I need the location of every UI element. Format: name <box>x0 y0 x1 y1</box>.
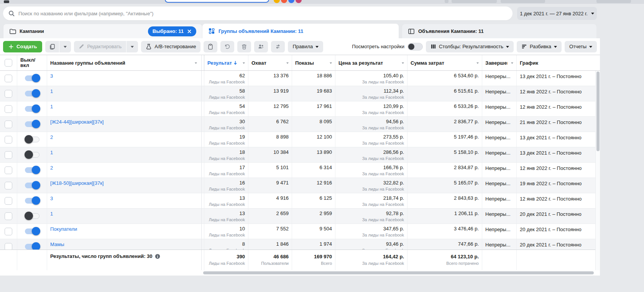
schedule-value: 13 дек 2021 г. – Постоянно <box>520 72 582 79</box>
row-checkbox[interactable] <box>5 75 12 82</box>
adset-name-cell: 2 <box>47 132 204 147</box>
filter-bar: 1 дек 2021 г. — 27 янв 2022 г. <box>0 4 600 24</box>
cost-per-result-subtext: За лиды на Facebook <box>338 156 404 161</box>
column-header-ends[interactable]: Завершен <box>482 55 517 70</box>
search-input[interactable] <box>18 11 507 16</box>
result-value: 16 <box>207 179 245 186</box>
row-toggle[interactable] <box>25 213 39 219</box>
duplicate-dropdown-button[interactable] <box>59 41 71 52</box>
adset-name-link[interactable]: 1 <box>50 149 53 155</box>
export-button[interactable] <box>271 41 285 52</box>
search-bar[interactable] <box>3 7 513 20</box>
edit-button[interactable]: Редактировать <box>74 41 126 52</box>
row-toggle[interactable] <box>25 167 39 173</box>
row-toggle[interactable] <box>25 91 39 96</box>
column-header-reach[interactable]: Охват <box>248 55 292 70</box>
row-checkbox[interactable] <box>5 197 12 205</box>
adset-name-link[interactable]: 1 <box>50 210 53 217</box>
adset-name-link[interactable]: [Ж24-44][широкая][37к] <box>50 118 104 125</box>
row-toggle[interactable] <box>25 75 39 81</box>
select-all-checkbox[interactable] <box>5 59 12 67</box>
horizontal-scrollbar[interactable] <box>203 271 594 274</box>
reports-button[interactable]: Отчеты <box>565 41 597 52</box>
row-toggle[interactable] <box>25 137 39 142</box>
view-settings-toggle[interactable] <box>407 43 423 51</box>
adset-name-link[interactable]: [Ж18-50][широкая][37к] <box>50 179 104 186</box>
impressions-value: 9 504 <box>295 225 332 232</box>
date-range-button[interactable]: 1 дек 2021 г. — 27 янв 2022 г. <box>517 7 597 20</box>
schedule-value: 12 янв 2022 г. – Постоянно <box>520 195 582 202</box>
rules-label: Правила <box>292 44 313 49</box>
impressions-value: 2 959 <box>295 210 332 217</box>
tab-ad-sets-label: Группы объявлений Кампании: 11 <box>219 28 303 34</box>
cost-per-result-cell: 94,56 р. За лиды на Facebook <box>335 117 407 132</box>
column-header-impressions[interactable]: Показы <box>292 55 335 70</box>
spent-cell: 6 515,61 р. <box>407 86 482 101</box>
tab-campaigns[interactable]: Кампании Выбрано: 11 <box>3 24 202 38</box>
row-toggle[interactable] <box>25 244 39 250</box>
adset-name-link[interactable]: 3 <box>50 72 53 79</box>
audiences-button[interactable] <box>254 41 268 52</box>
row-checkbox[interactable] <box>5 121 12 128</box>
column-header-spent[interactable]: Сумма затрат <box>407 55 482 70</box>
row-checkbox[interactable] <box>5 182 12 189</box>
row-checkbox[interactable] <box>5 166 12 174</box>
row-checkbox[interactable] <box>5 228 12 235</box>
row-checkbox[interactable] <box>5 212 12 220</box>
row-toggle[interactable] <box>25 228 39 234</box>
schedule-cell: 12 янв 2022 г. – Постоянно <box>517 86 600 101</box>
result-subtext: Лиды на Facebook <box>207 186 245 192</box>
column-header-cost-per-result[interactable]: Цена за результат <box>335 55 407 70</box>
undo-button[interactable] <box>220 41 234 52</box>
ab-test-button[interactable]: А/В-тестирование <box>141 41 200 52</box>
cost-per-result-cell: 93,46 р. За лиды на Facebook <box>335 239 407 250</box>
row-toggle[interactable] <box>25 106 39 112</box>
adset-name-link[interactable]: 2 <box>50 134 53 140</box>
toggle-knob <box>32 74 40 82</box>
adset-name-link[interactable]: Покупатели <box>50 225 77 232</box>
row-checkbox[interactable] <box>5 243 12 250</box>
paste-button[interactable] <box>204 41 217 52</box>
vertical-scrollbar[interactable] <box>596 72 600 151</box>
column-header-schedule[interactable]: График <box>517 55 600 70</box>
delete-button[interactable] <box>237 41 251 52</box>
close-icon[interactable] <box>187 29 192 34</box>
adset-name-link[interactable]: 1 <box>50 88 53 94</box>
row-toggle-cell <box>17 101 47 116</box>
reach-value: 9 471 <box>251 179 289 186</box>
adset-name-link[interactable]: 1 <box>50 103 53 109</box>
row-checkbox[interactable] <box>5 90 12 98</box>
tab-ads[interactable]: Объявления Кампании: 11 <box>402 24 597 38</box>
footer-result: 390Лиды на Facebook <box>204 250 248 270</box>
adset-name-link[interactable]: 2 <box>50 164 53 171</box>
result-value: 13 <box>207 195 245 201</box>
row-toggle[interactable] <box>25 152 39 158</box>
row-checkbox[interactable] <box>5 105 12 113</box>
info-icon[interactable] <box>155 254 160 259</box>
tab-ad-sets[interactable]: Группы объявлений Кампании: 11 <box>202 24 399 38</box>
duplicate-button[interactable] <box>45 41 59 52</box>
reach-value: 1 846 <box>251 241 289 247</box>
result-value: 10 <box>207 225 245 232</box>
result-value: 17 <box>207 164 245 171</box>
row-checkbox[interactable] <box>5 151 12 159</box>
footer-summary-label: Результаты, число групп объявлений: 30 <box>50 253 153 259</box>
row-toggle[interactable] <box>25 183 39 188</box>
create-button[interactable]: Создать <box>3 41 42 52</box>
row-checkbox[interactable] <box>5 136 12 144</box>
adset-name-link[interactable]: 3 <box>50 195 53 201</box>
rules-button[interactable]: Правила <box>288 41 323 52</box>
adset-name-link[interactable]: Мамы <box>50 241 64 247</box>
columns-button[interactable]: Столбцы: Результативность <box>426 41 514 52</box>
browser-logo-icon <box>4 0 9 3</box>
edit-dropdown-button[interactable] <box>127 41 138 52</box>
column-header-result[interactable]: Результат <box>204 55 248 70</box>
row-toggle-cell <box>17 71 47 86</box>
sort-caret-icon <box>476 62 479 65</box>
result-value: 58 <box>207 88 245 94</box>
breakdown-button[interactable]: Разбивка <box>517 41 562 52</box>
column-header-name[interactable]: Название группы объявлений <box>47 55 204 70</box>
row-toggle[interactable] <box>25 121 39 127</box>
reach-value: 7 552 <box>251 225 289 232</box>
row-toggle[interactable] <box>25 198 39 204</box>
